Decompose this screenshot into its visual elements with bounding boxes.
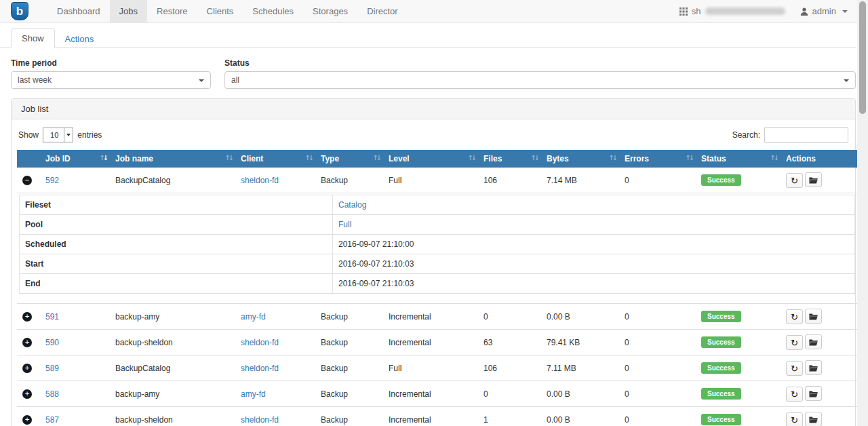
expand-row-icon[interactable]: + xyxy=(22,415,32,425)
folder-icon xyxy=(809,338,818,346)
scrollbar-thumb[interactable] xyxy=(859,1,866,114)
tab-actions[interactable]: Actions xyxy=(55,30,104,48)
column-header-expand xyxy=(17,150,40,168)
browse-files-button[interactable] xyxy=(805,386,822,401)
job-id-link[interactable]: 587 xyxy=(45,415,59,425)
browse-files-button[interactable] xyxy=(805,309,822,324)
client-link[interactable]: sheldon-fd xyxy=(241,176,279,185)
status-filter: Status all xyxy=(224,58,856,89)
expand-row-icon[interactable]: + xyxy=(22,338,32,347)
files-cell: 0 xyxy=(478,304,541,330)
time-period-label: Time period xyxy=(11,58,211,68)
table-row: +591backup-amyamy-fdBackupIncremental00.… xyxy=(17,304,857,330)
column-header-job-id[interactable]: Job ID↑↓ xyxy=(40,150,110,168)
status-select[interactable]: all xyxy=(224,71,856,89)
browse-files-button[interactable] xyxy=(805,172,822,187)
expand-row-icon[interactable]: + xyxy=(22,312,32,322)
client-link[interactable]: amy-fd xyxy=(241,389,266,399)
browse-files-button[interactable] xyxy=(805,360,822,375)
caret-down-icon xyxy=(199,79,204,82)
table-row: +588backup-amyamy-fdBackupIncremental00.… xyxy=(17,381,857,407)
server-name-prefix: sh xyxy=(692,6,701,16)
client-cell: sheldon-fd xyxy=(235,330,315,355)
rerun-job-button[interactable]: ↻ xyxy=(786,173,803,188)
errors-cell: 0 xyxy=(619,330,696,355)
files-cell: 106 xyxy=(478,355,541,381)
job-name-cell: BackupCatalog xyxy=(110,355,235,381)
table-row: −592BackupCatalogsheldon-fdBackupFull106… xyxy=(17,168,857,193)
files-cell: 106 xyxy=(478,168,541,193)
expand-cell: + xyxy=(17,381,40,407)
expand-row-icon[interactable]: + xyxy=(22,389,32,399)
column-header-job-name[interactable]: Job name↑↓ xyxy=(110,150,235,168)
entries-suffix: entries xyxy=(77,130,102,140)
scrollbar-track[interactable] xyxy=(857,0,868,426)
column-header-bytes[interactable]: Bytes↑↓ xyxy=(541,150,619,168)
nav-item-clients[interactable]: Clients xyxy=(197,0,243,22)
job-name-cell: backup-amy xyxy=(110,381,235,407)
column-header-type[interactable]: Type↑↓ xyxy=(315,150,383,168)
rerun-job-button[interactable]: ↻ xyxy=(786,361,803,376)
expand-cell: + xyxy=(17,355,40,381)
rerun-job-button[interactable]: ↻ xyxy=(786,412,803,426)
detail-value-link[interactable]: Full xyxy=(338,220,351,229)
nav-item-director[interactable]: Director xyxy=(357,0,408,22)
type-cell: Backup xyxy=(315,407,383,426)
show-label: Show xyxy=(18,130,39,140)
column-header-files[interactable]: Files↑↓ xyxy=(478,150,541,168)
client-link[interactable]: sheldon-fd xyxy=(241,364,279,373)
nav-item-dashboard[interactable]: Dashboard xyxy=(47,0,110,22)
table-controls: Show 10 entries Search: xyxy=(18,127,848,143)
column-header-errors[interactable]: Errors↑↓ xyxy=(619,150,696,168)
status-badge: Success xyxy=(701,174,741,186)
job-list-panel: Job list Show 10 entries Search: Job ID↑… xyxy=(11,98,856,426)
job-id-link[interactable]: 592 xyxy=(45,176,59,185)
rerun-job-button[interactable]: ↻ xyxy=(786,335,803,350)
expand-cell: + xyxy=(17,330,40,355)
status-cell: Success xyxy=(696,381,781,407)
entries-per-page-select[interactable]: 10 xyxy=(43,128,73,142)
sort-icon: ↑↓ xyxy=(530,154,538,161)
job-id-link[interactable]: 589 xyxy=(45,364,59,373)
browse-files-button[interactable] xyxy=(805,412,822,426)
nav-item-restore[interactable]: Restore xyxy=(147,0,197,22)
column-header-level[interactable]: Level↑↓ xyxy=(383,150,478,168)
errors-cell: 0 xyxy=(619,355,696,381)
status-badge: Success xyxy=(701,336,741,348)
bareos-logo[interactable]: b xyxy=(0,0,35,22)
expand-cell: + xyxy=(17,407,40,426)
job-id-link[interactable]: 590 xyxy=(45,338,59,347)
client-link[interactable]: sheldon-fd xyxy=(241,415,279,425)
caret-down-icon xyxy=(844,79,849,82)
rerun-job-button[interactable]: ↻ xyxy=(786,309,803,324)
collapse-row-icon[interactable]: − xyxy=(22,176,32,185)
errors-cell: 0 xyxy=(619,168,696,193)
nav-item-schedules[interactable]: Schedules xyxy=(243,0,303,22)
detail-value-link[interactable]: Catalog xyxy=(338,200,366,210)
expand-row-icon[interactable]: + xyxy=(22,364,32,373)
sort-icon: ↑↓ xyxy=(685,154,692,161)
job-name-cell: backup-sheldon xyxy=(110,407,235,426)
folder-icon xyxy=(809,416,818,423)
browse-files-button[interactable] xyxy=(805,334,822,349)
status-cell: Success xyxy=(696,168,781,193)
client-link[interactable]: sheldon-fd xyxy=(241,338,279,347)
expand-cell: − xyxy=(17,168,40,193)
client-link[interactable]: amy-fd xyxy=(241,312,266,322)
time-period-select[interactable]: last week xyxy=(11,71,211,89)
search-input[interactable] xyxy=(764,127,848,143)
detail-label: Pool xyxy=(20,215,333,235)
page-tabs: ShowActions xyxy=(0,23,856,48)
rerun-job-button[interactable]: ↻ xyxy=(786,387,803,402)
column-header-client[interactable]: Client↑↓ xyxy=(235,150,315,168)
nav-item-jobs[interactable]: Jobs xyxy=(110,0,147,22)
nav-item-storages[interactable]: Storages xyxy=(303,0,357,22)
files-cell: 0 xyxy=(478,381,541,407)
server-menu[interactable]: sh xyxy=(679,6,785,16)
column-header-status[interactable]: Status↑↓ xyxy=(696,150,781,168)
tab-show[interactable]: Show xyxy=(11,28,55,48)
user-menu[interactable]: admin xyxy=(800,6,848,16)
detail-row-fileset: FilesetCatalog xyxy=(20,195,855,215)
job-id-link[interactable]: 588 xyxy=(45,389,59,399)
job-id-link[interactable]: 591 xyxy=(45,312,59,322)
